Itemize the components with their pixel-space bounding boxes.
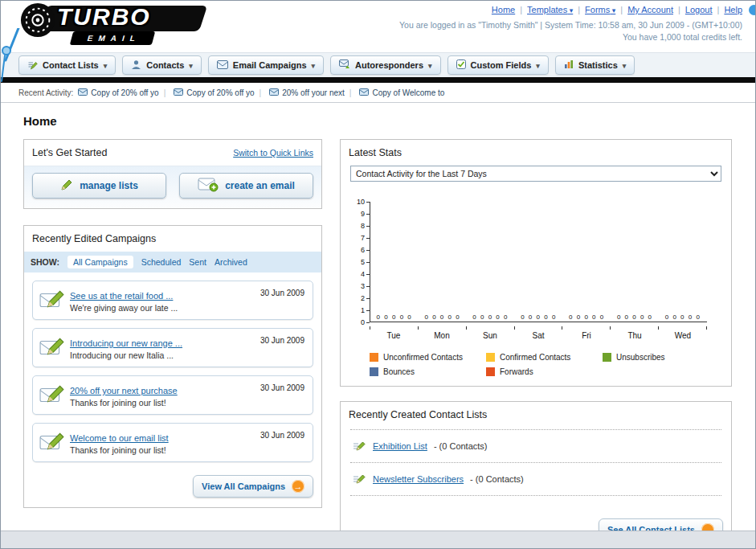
contact-list-name-link[interactable]: Exhibition List (373, 441, 427, 451)
recently-created-contact-lists-panel: Recently Created Contact Lists Exhibitio… (340, 401, 732, 549)
nav-tab-email-campaigns[interactable]: Email Campaigns (208, 55, 324, 75)
recent-activity-item[interactable]: Copy of Welcome to (349, 88, 444, 97)
top-link-my-account-label[interactable]: My Account (627, 5, 673, 14)
x-tick-label: Fri (562, 330, 611, 340)
recently-edited-campaigns-panel: Recently Edited Campaigns SHOW: All Camp… (23, 225, 322, 508)
y-tick-label: 7 (361, 234, 370, 242)
campaign-row[interactable]: Welcome to our email list Thanks for joi… (32, 423, 313, 462)
contacts-icon (131, 59, 141, 72)
chart-x-labels: TueMonSunSatFriThuWed (370, 330, 707, 340)
recent-activity-item[interactable]: 20% off your next (259, 88, 345, 97)
filter-sent[interactable]: Sent (189, 257, 206, 267)
top-link-help[interactable]: Help (713, 5, 742, 14)
custom-fields-icon (456, 59, 466, 71)
filter-scheduled[interactable]: Scheduled (141, 257, 182, 267)
recent-activity-item[interactable]: Copy of 20% off yo (164, 88, 255, 97)
pencil-icon (60, 178, 73, 194)
nav-tab-autoresponders[interactable]: Autoresponders (330, 55, 441, 75)
campaign-title-link[interactable]: Welcome to our email list (70, 433, 169, 443)
campaign-subject: We're giving away our late ... (70, 303, 256, 313)
campaign-envelope-pencil-icon (39, 337, 65, 361)
recent-activity-link[interactable]: Copy of 20% off yo (91, 88, 158, 97)
manage-lists-button[interactable]: manage lists (32, 173, 166, 199)
legend-item: Confirmed Contacts (486, 353, 603, 362)
campaigns-panel-title: Recently Edited Campaigns (32, 233, 156, 244)
envelope-icon (174, 88, 183, 97)
top-link-my-account[interactable]: My Account (615, 5, 673, 14)
y-tick-label: 6 (361, 246, 370, 254)
dotted-divider (350, 429, 721, 430)
top-link-logout-label[interactable]: Logout (685, 5, 713, 14)
legend-item: Forwards (486, 367, 603, 376)
top-link-templates-label[interactable]: Templates (527, 5, 573, 14)
y-tick-label: 8 (361, 222, 370, 230)
contact-list-row[interactable]: Exhibition List - (0 Contacts) (350, 432, 721, 461)
legend-label: Unsubscribes (616, 353, 665, 362)
top-link-home-label[interactable]: Home (492, 5, 515, 14)
right-column: Latest Stats Contact Activity for the La… (340, 139, 732, 549)
get-started-title: Let's Get Started (32, 147, 107, 158)
bar-value-labels: 0 0 0 0 0 (370, 313, 419, 321)
nav-tab-contact-lists[interactable]: Contact Lists (18, 55, 116, 75)
app-window: TURBO EMAIL HomeTemplatesFormsMy Account… (0, 0, 756, 549)
x-tick-label: Sun (466, 330, 514, 340)
contact-list-row[interactable]: Newsletter Subscribers - (0 Contacts) (350, 465, 721, 494)
dotted-divider (350, 495, 721, 496)
chart-y-axis: 109876543210 (353, 198, 370, 326)
switch-to-quick-links[interactable]: Switch to Quick Links (233, 148, 313, 158)
recent-activity-link[interactable]: Copy of 20% off yo (186, 88, 254, 97)
top-link-home[interactable]: Home (492, 5, 515, 14)
stats-activity-select[interactable]: Contact Activity for the Last 7 Days (350, 166, 721, 182)
legend-label: Confirmed Contacts (500, 353, 570, 362)
chevron-down-icon (312, 60, 316, 70)
contact-lists-panel-title: Recently Created Contact Lists (349, 409, 487, 420)
filter-archived[interactable]: Archived (215, 257, 247, 267)
recent-activity-item[interactable]: Copy of 20% off yo (78, 88, 158, 97)
campaign-title-link[interactable]: 20% off your next purchase (70, 386, 178, 395)
recent-activity-link[interactable]: 20% off your next (282, 88, 345, 97)
nav-tab-custom-fields[interactable]: Custom Fields (447, 55, 549, 75)
campaigns-filter-bar: SHOW: All Campaigns Scheduled Sent Archi… (24, 252, 321, 272)
chevron-down-icon (623, 60, 627, 70)
recent-activity-bar: Recent Activity: Copy of 20% off yo Copy… (1, 83, 755, 103)
top-link-logout[interactable]: Logout (673, 5, 713, 14)
top-link-forms[interactable]: Forms (573, 5, 615, 14)
recent-activity-link[interactable]: Copy of Welcome to (372, 88, 444, 97)
campaign-row[interactable]: 20% off your next purchase Thanks for jo… (32, 375, 313, 415)
x-tick-label: Mon (418, 330, 466, 340)
contact-list-count: - (0 Contacts) (434, 441, 488, 451)
nav-tab-contacts[interactable]: Contacts (122, 55, 202, 75)
campaign-envelope-pencil-icon (39, 384, 65, 408)
campaign-subject: Introducing our new Italia ... (70, 350, 256, 360)
main-nav: Contact Lists Contacts Email Campaigns A… (1, 52, 755, 77)
bar-value-labels: 0 0 0 0 0 (611, 313, 659, 321)
filter-all-campaigns[interactable]: All Campaigns (67, 256, 133, 268)
legend-swatch (370, 353, 378, 362)
credits-info: You have 1,000 total credits left. (623, 32, 742, 42)
show-label: SHOW: (31, 257, 59, 267)
speedometer-icon (20, 2, 55, 41)
x-tick-label: Thu (611, 330, 659, 340)
logo-secondary-text: EMAIL (70, 31, 156, 45)
contact-list-name-link[interactable]: Newsletter Subscribers (373, 474, 464, 484)
campaign-row[interactable]: See us at the retail food ... We're givi… (32, 281, 313, 320)
nav-tab-statistics[interactable]: Statistics (555, 55, 635, 75)
top-link-forms-label[interactable]: Forms (585, 5, 615, 14)
chart-plot-wrap: 0 0 0 0 00 0 0 0 00 0 0 0 00 0 0 0 00 0 … (370, 202, 707, 326)
page-title: Home (23, 114, 755, 128)
campaign-title-link[interactable]: See us at the retail food ... (70, 291, 173, 301)
campaign-row[interactable]: Introducing our new range ... Introducin… (32, 328, 313, 367)
speedometer-needle-decoration (1, 28, 22, 89)
view-all-campaigns-button[interactable]: View All Campaigns (193, 475, 313, 498)
manage-lists-label: manage lists (80, 180, 138, 191)
campaign-title-link[interactable]: Introducing our new range ... (70, 338, 182, 348)
top-link-help-label[interactable]: Help (724, 5, 742, 14)
chevron-down-icon (536, 60, 540, 70)
top-link-templates[interactable]: Templates (515, 5, 573, 14)
y-tick-label: 0 (361, 318, 370, 326)
logo-primary-text: TURBO (57, 3, 151, 31)
create-an-email-button[interactable]: create an email (179, 173, 313, 199)
chart-bar-group: 0 0 0 0 0 (515, 202, 563, 322)
y-tick-label: 10 (357, 198, 370, 206)
arrow-right-icon (292, 480, 304, 493)
